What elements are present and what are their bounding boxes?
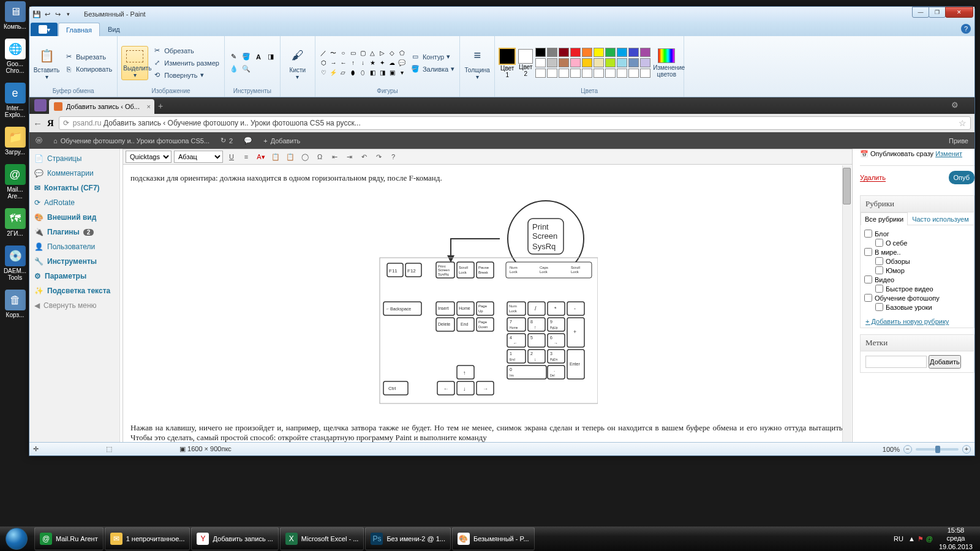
wp-site-link[interactable]: ⌂Обучение фотошопу и.. Уроки фотошопа CS… xyxy=(53,137,209,144)
editor-scrollbar[interactable] xyxy=(842,165,851,442)
copy-button[interactable]: ⎘Копировать xyxy=(62,64,113,75)
zoom-in-button[interactable]: + xyxy=(962,445,971,454)
cat-tab-all[interactable]: Все рубрики xyxy=(861,212,908,225)
category-checkbox[interactable] xyxy=(864,294,872,302)
wp-comments[interactable]: 💬 xyxy=(244,137,252,144)
tray-mailru-icon[interactable]: @ xyxy=(926,535,933,542)
palette-empty[interactable] xyxy=(628,69,639,78)
category-item[interactable]: Быстрое видео xyxy=(864,284,970,293)
category-item[interactable]: В мире.. xyxy=(864,247,970,257)
palette-swatch[interactable] xyxy=(559,58,569,67)
desktop-icon-ie[interactable]: eInter... Explo... xyxy=(1,83,29,118)
tray-clock[interactable]: 15:58 среда 19.06.2013 xyxy=(935,527,976,551)
category-item[interactable]: Обзоры xyxy=(864,257,970,266)
taskbar-outlook[interactable]: ✉1 непрочитанное... xyxy=(105,527,190,550)
zoom-slider[interactable] xyxy=(916,448,959,451)
sidebar-tools[interactable]: 🔧 Инструменты xyxy=(29,254,119,269)
taskbar-paint[interactable]: 🎨Безымянный - P... xyxy=(452,527,535,550)
shapes-gallery[interactable]: ／〜○▭▢△▷◇⬠ ⬡→←↑↓★✦☁💬 ♡⚡▱⬮⬯◧◨▣▾ xyxy=(319,48,407,77)
palette-empty[interactable] xyxy=(570,69,581,78)
sidebar-appearance[interactable]: 🎨 Внешний вид xyxy=(29,210,119,225)
palette-swatch[interactable] xyxy=(570,48,581,57)
paint-canvas[interactable]: Добавить запись ‹ Об...× + ⚙ ← Я ⟳ psand… xyxy=(29,97,974,442)
tray-flag-icon[interactable]: ▲ xyxy=(908,535,915,542)
maximize-button[interactable]: ❐ xyxy=(929,7,946,18)
palette-swatch[interactable] xyxy=(547,58,557,67)
desktop-icon-2gis[interactable]: 🗺2ГИ... xyxy=(1,208,29,237)
category-checkbox[interactable] xyxy=(875,257,883,265)
wp-updates[interactable]: ↻2 xyxy=(221,137,233,144)
desktop-icon-recycle[interactable]: 🗑Корз... xyxy=(1,290,29,318)
palette-swatch[interactable] xyxy=(594,48,604,57)
paint-titlebar[interactable]: 💾 ↩ ↪ ▾ Безымянный - Paint — ❐ ✕ xyxy=(29,7,974,21)
browser-tab[interactable]: Добавить запись ‹ Об...× xyxy=(49,99,154,114)
wp-greeting[interactable]: Приве xyxy=(949,137,968,144)
palette-empty[interactable] xyxy=(617,69,627,78)
wp-logo-icon[interactable]: ⓦ xyxy=(36,136,42,145)
taskbar-mailru[interactable]: @Mail.Ru Агент xyxy=(34,527,104,550)
category-checkbox[interactable] xyxy=(875,303,883,311)
palette-empty[interactable] xyxy=(594,69,604,78)
paste-button[interactable]: 📋Вставить▾ xyxy=(33,46,60,80)
resize-button[interactable]: ⤢Изменить размер xyxy=(151,58,221,69)
wp-add-new[interactable]: + Добавить xyxy=(263,137,300,144)
picker-tool[interactable]: 💧 xyxy=(228,64,239,75)
redo-button[interactable]: ↷ xyxy=(372,151,385,163)
tray-action-icon[interactable]: ⚑ xyxy=(918,535,924,543)
address-bar[interactable]: ⟳ psand.ru Добавить запись ‹ Обучение фо… xyxy=(59,116,971,130)
close-button[interactable]: ✕ xyxy=(945,7,973,18)
yandex-button[interactable]: Я xyxy=(47,118,54,129)
quicktags-select[interactable]: Quicktags xyxy=(126,151,172,163)
crop-button[interactable]: ✂Обрезать xyxy=(151,45,221,56)
add-tag-button[interactable]: Добавить xyxy=(929,355,961,369)
palette-swatch[interactable] xyxy=(594,58,604,67)
category-checkbox[interactable] xyxy=(864,248,872,256)
paste-text-button[interactable]: 📋 xyxy=(270,151,282,163)
desktop-icon-chrome[interactable]: 🌐Goo... Chro... xyxy=(1,39,29,74)
sidebar-pages[interactable]: 📄 Страницы xyxy=(29,151,119,166)
cut-button[interactable]: ✂Вырезать xyxy=(62,51,113,62)
taskbar-excel[interactable]: XMicrosoft Excel - ... xyxy=(280,527,364,550)
browser-app-icon[interactable] xyxy=(34,99,47,111)
category-checkbox[interactable] xyxy=(875,285,883,293)
cat-tab-freq[interactable]: Часто используем xyxy=(908,212,973,225)
underline-button[interactable]: U xyxy=(225,151,238,163)
tab-close-icon[interactable]: × xyxy=(147,103,151,110)
palette-empty[interactable] xyxy=(605,69,616,78)
category-item[interactable]: Базовые уроки xyxy=(864,302,970,312)
palette-swatch[interactable] xyxy=(605,58,616,67)
palette-swatch[interactable] xyxy=(640,58,650,67)
palette-swatch[interactable] xyxy=(617,58,627,67)
text-tool[interactable]: A xyxy=(253,51,264,62)
palette-swatch[interactable] xyxy=(535,58,546,67)
category-item[interactable]: О себе xyxy=(864,238,970,247)
palette-swatch[interactable] xyxy=(605,48,616,57)
bookmark-icon[interactable]: ☆ xyxy=(959,118,967,128)
palette-swatch[interactable] xyxy=(582,48,592,57)
palette-swatch[interactable] xyxy=(570,58,581,67)
taskbar-photoshop[interactable]: PsБез имени-2 @ 1... xyxy=(365,527,451,550)
sidebar-highlight[interactable]: ✨ Подсветка текста xyxy=(29,283,119,298)
help-icon[interactable]: ? xyxy=(961,24,971,34)
palette-empty[interactable] xyxy=(640,69,650,78)
palette-swatch[interactable] xyxy=(582,58,592,67)
delete-link[interactable]: Удалить xyxy=(860,174,886,182)
sidebar-contacts[interactable]: ✉ Контакты (CF7) xyxy=(29,181,119,195)
sidebar-collapse[interactable]: ◀ Свернуть меню xyxy=(29,298,119,313)
color2-button[interactable]: Цвет 2 xyxy=(518,49,533,77)
sidebar-users[interactable]: 👤 Пользователи xyxy=(29,239,119,254)
category-checkbox[interactable] xyxy=(864,276,872,283)
thickness-button[interactable]: ≡Толщина▾ xyxy=(464,46,491,80)
start-button[interactable] xyxy=(0,527,33,551)
sidebar-adrotate[interactable]: ⟳ AdRotate xyxy=(29,195,119,210)
publish-edit-link[interactable]: Изменит xyxy=(935,150,962,157)
format-select[interactable]: Абзац xyxy=(174,151,223,163)
qat-custom-icon[interactable]: ▾ xyxy=(63,9,73,19)
shape-fill[interactable]: 🪣Заливка ▾ xyxy=(409,64,456,75)
edit-colors-button[interactable]: Изменение цветов xyxy=(653,48,680,78)
indent-button[interactable]: ⇥ xyxy=(343,151,355,163)
ed-help-button[interactable]: ? xyxy=(387,151,399,163)
zoom-out-button[interactable]: − xyxy=(903,445,912,454)
category-checkbox[interactable] xyxy=(864,230,872,238)
palette-swatch[interactable] xyxy=(628,58,639,67)
